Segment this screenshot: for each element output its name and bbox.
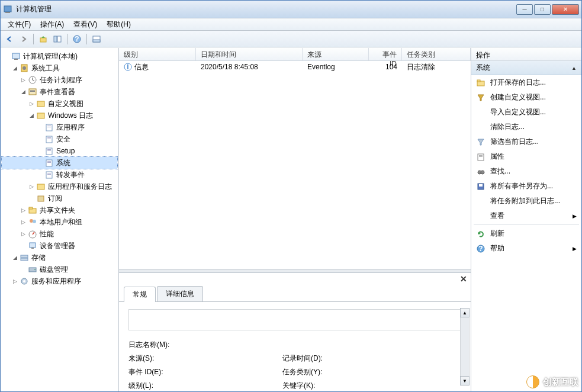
- tree-log-setup[interactable]: Setup: [2, 145, 117, 157]
- action-refresh[interactable]: 刷新: [471, 226, 581, 241]
- svg-rect-55: [479, 156, 483, 157]
- svg-point-12: [22, 66, 26, 70]
- svg-rect-34: [37, 184, 44, 189]
- svg-rect-29: [47, 161, 51, 162]
- col-source[interactable]: 来源: [303, 48, 369, 60]
- action-create-custom[interactable]: 创建自定义视图...: [471, 90, 581, 105]
- svg-rect-53: [478, 154, 484, 160]
- svg-rect-9: [12, 53, 20, 59]
- scroll-down-button[interactable]: ▼: [460, 376, 470, 385]
- tree-log-application[interactable]: 应用程序: [2, 121, 117, 133]
- svg-rect-4: [57, 36, 61, 42]
- toolbar: ?: [1, 31, 581, 47]
- menu-action[interactable]: 操作(A): [36, 18, 69, 31]
- tree-task-scheduler[interactable]: ▷任务计划程序: [2, 74, 117, 86]
- svg-rect-16: [30, 91, 35, 92]
- chevron-right-icon: ▶: [573, 246, 577, 252]
- col-eventid[interactable]: 事件 ID: [369, 48, 402, 60]
- svg-point-48: [23, 280, 25, 282]
- detail-close-button[interactable]: ✕: [460, 274, 467, 282]
- detail-message-box: [128, 309, 461, 330]
- svg-rect-10: [14, 59, 18, 60]
- detail-scrollbar[interactable]: ▲ ▼: [460, 308, 470, 385]
- tree-local-users[interactable]: ▷本地用户和组: [2, 216, 117, 228]
- window-title: 计算机管理: [16, 4, 515, 14]
- tree-system-tools[interactable]: ◢系统工具: [2, 62, 117, 74]
- tree-subscriptions[interactable]: 订阅: [2, 192, 117, 204]
- preview-button[interactable]: [90, 33, 103, 46]
- action-filter-current[interactable]: 筛选当前日志...: [471, 134, 581, 149]
- svg-rect-25: [46, 148, 52, 155]
- svg-rect-1: [5, 12, 10, 13]
- grid-row[interactable]: i信息 2020/5/18 8:45:08 Eventlog 104 日志清除: [119, 61, 471, 73]
- tree-shared-folders[interactable]: ▷共享文件夹: [2, 204, 117, 216]
- label-record-time: 记录时间(D):: [282, 354, 436, 364]
- chevron-right-icon: ▶: [573, 213, 577, 219]
- col-datetime[interactable]: 日期和时间: [196, 48, 303, 60]
- svg-rect-43: [21, 255, 28, 258]
- action-import-custom[interactable]: 导入自定义视图...: [471, 105, 581, 120]
- tree-log-system[interactable]: 系统: [2, 157, 117, 169]
- label-source: 来源(S):: [128, 354, 282, 364]
- action-save-all[interactable]: 将所有事件另存为...: [471, 179, 581, 194]
- tree-custom-views[interactable]: ▷自定义视图: [2, 98, 117, 110]
- binoculars-icon: [476, 167, 485, 176]
- action-open-saved[interactable]: 打开保存的日志...: [471, 75, 581, 90]
- svg-rect-17: [37, 101, 44, 107]
- svg-rect-24: [47, 139, 51, 139]
- action-clear-log[interactable]: 清除日志...: [471, 120, 581, 134]
- action-view[interactable]: 查看▶: [471, 208, 581, 223]
- menu-view[interactable]: 查看(V): [69, 18, 102, 31]
- svg-rect-0: [4, 6, 11, 12]
- tree-performance[interactable]: ▷性能: [2, 228, 117, 240]
- tree-disk-mgmt[interactable]: 磁盘管理: [2, 264, 117, 275]
- tree-log-forwarded[interactable]: 转发事件: [2, 169, 117, 181]
- detail-pane: ✕ 常规 详细信息 日志名称(M): 来源(S):记录时间(D): 事件 ID(…: [119, 273, 471, 391]
- tab-details[interactable]: 详细信息: [157, 286, 203, 301]
- forward-button[interactable]: [17, 33, 30, 46]
- minimize-button[interactable]: ─: [516, 4, 533, 15]
- action-properties[interactable]: 属性: [471, 149, 581, 164]
- tree-log-security[interactable]: 安全: [2, 133, 117, 145]
- menu-file[interactable]: 文件(F): [3, 18, 36, 31]
- tree-root[interactable]: 计算机管理(本地): [2, 50, 117, 62]
- scroll-up-button[interactable]: ▲: [460, 308, 470, 317]
- help-button[interactable]: ?: [70, 33, 83, 46]
- svg-point-57: [481, 171, 484, 174]
- maximize-button[interactable]: □: [534, 4, 551, 15]
- col-taskcat[interactable]: 任务类别: [402, 48, 471, 60]
- tree-services-apps[interactable]: ▷服务和应用程序: [2, 275, 117, 287]
- filter-icon: [476, 137, 485, 147]
- svg-rect-35: [38, 196, 44, 201]
- event-grid[interactable]: 级别 日期和时间 来源 事件 ID 任务类别 i信息 2020/5/18 8:4…: [119, 48, 471, 269]
- info-icon: i: [124, 63, 132, 71]
- action-attach-task[interactable]: 将任务附加到此日志...: [471, 194, 581, 208]
- tree-windows-logs[interactable]: ◢Windows 日志: [2, 110, 117, 121]
- tab-general[interactable]: 常规: [124, 287, 156, 302]
- tree-event-viewer[interactable]: ◢事件查看器: [2, 86, 117, 98]
- tree-device-manager[interactable]: 设备管理器: [2, 240, 117, 252]
- menu-help[interactable]: 帮助(H): [102, 18, 136, 31]
- svg-rect-41: [30, 243, 36, 248]
- svg-point-46: [34, 269, 36, 270]
- action-help[interactable]: ?帮助▶: [471, 241, 581, 256]
- show-hide-tree-button[interactable]: [51, 33, 64, 46]
- svg-rect-27: [47, 150, 51, 151]
- up-button[interactable]: [37, 33, 50, 46]
- svg-rect-19: [46, 124, 52, 131]
- svg-text:?: ?: [75, 35, 79, 43]
- action-find[interactable]: 查找...: [471, 164, 581, 179]
- svg-rect-3: [54, 36, 57, 42]
- svg-text:i: i: [127, 63, 128, 71]
- back-button[interactable]: [3, 33, 16, 46]
- nav-tree[interactable]: 计算机管理(本地) ◢系统工具 ▷任务计划程序 ◢事件查看器 ▷自定义视图 ◢W…: [1, 48, 119, 391]
- actions-section[interactable]: 系统▲: [471, 61, 581, 75]
- actions-pane: 操作 系统▲ 打开保存的日志... 创建自定义视图... 导入自定义视图... …: [471, 48, 581, 391]
- close-button[interactable]: ✕: [552, 4, 579, 15]
- titlebar[interactable]: 计算机管理 ─ □ ✕: [1, 1, 581, 18]
- tree-app-service-logs[interactable]: ▷应用程序和服务日志: [2, 181, 117, 192]
- tree-storage[interactable]: ◢存储: [2, 252, 117, 264]
- col-level[interactable]: 级别: [119, 48, 196, 60]
- folder-open-icon: [476, 78, 485, 88]
- svg-rect-54: [479, 155, 483, 156]
